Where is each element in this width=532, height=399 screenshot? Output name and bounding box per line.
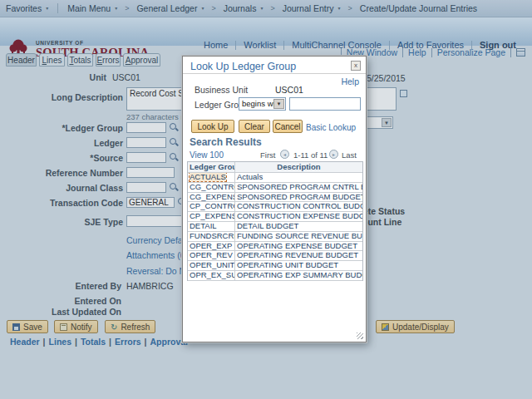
cancel-button[interactable]: Cancel [273, 120, 303, 133]
dialog-help-link[interactable]: Help [341, 76, 359, 86]
close-icon[interactable] [351, 61, 361, 71]
resize-handle[interactable] [357, 332, 363, 339]
description-cell[interactable]: FUNDING SOURCE REVENUE BUDGET [235, 232, 362, 241]
ledger-group-search-input[interactable] [289, 97, 361, 111]
ledger-group-cell[interactable]: CP_EXPENSE [188, 212, 235, 221]
table-row: CG_CONTROLSPONSORED PROGRAM CNTRL BUDG [188, 183, 362, 193]
search-results-table: Ledger Group Description ACTUALSActuals … [187, 161, 363, 281]
table-row: OPR_EX_SUMOPERATING EXP SUMMARY BUDGET [188, 271, 362, 281]
table-row: CP_EXPENSECONSTRUCTION EXPENSE BUDGET [188, 212, 362, 222]
basic-lookup-link[interactable]: Basic Lookup [306, 123, 356, 132]
description-cell[interactable]: OPERATING EXP SUMMARY BUDGET [235, 271, 362, 280]
table-row: OPER_EXPOPERATING EXPENSE BUDGET [188, 242, 362, 252]
search-results-title: Search Results [190, 136, 262, 148]
ledger-group-cell[interactable]: CG_EXPENSE [188, 193, 235, 202]
table-row: DETAILDETAIL BUDGET [188, 222, 362, 232]
ledger-group-cell[interactable]: OPR_EX_SUM [188, 271, 235, 280]
focused-link[interactable]: ACTUALS [190, 173, 226, 181]
table-header-row: Ledger Group Description [188, 162, 362, 173]
table-row: OPER_UNITOPERATING UNIT BUDGET [188, 261, 362, 271]
business-unit-label: Business Unit [195, 85, 248, 95]
description-cell[interactable]: Actuals [235, 173, 362, 182]
description-cell[interactable]: SPONSORED PROGRAM CNTRL BUDG [235, 183, 362, 192]
clear-button[interactable]: Clear [239, 120, 270, 133]
ledger-group-cell[interactable]: OPER_REV [188, 251, 235, 260]
ledger-group-cell[interactable]: OPER_UNIT [188, 261, 235, 270]
condition-select[interactable]: begins with [239, 97, 286, 111]
description-cell[interactable]: OPERATING REVENUE BUDGET [235, 251, 362, 260]
description-cell[interactable]: SPONSORED PROGRAM BUDGET [235, 193, 362, 202]
ledger-group-cell[interactable]: OPER_EXP [188, 242, 235, 251]
ledger-group-cell[interactable]: CG_CONTROL [188, 183, 235, 192]
ledger-group-cell[interactable]: ACTUALS [188, 173, 235, 182]
lookup-ledger-group-dialog: Look Up Ledger Group Help Business Unit … [182, 56, 367, 342]
dialog-title: Look Up Ledger Group [190, 61, 296, 72]
table-row: ACTUALSActuals [188, 173, 362, 183]
ledger-group-cell[interactable]: FUNDSRCREV [188, 232, 235, 241]
dropdown-arrow-icon[interactable] [273, 99, 284, 109]
pager-range: 1-11 of 11 [293, 150, 328, 160]
pager-last[interactable]: Last [342, 150, 357, 160]
table-row: CG_EXPENSESPONSORED PROGRAM BUDGET [188, 193, 362, 203]
ledger-group-cell[interactable]: CP_CONTROL [188, 202, 235, 211]
description-cell[interactable]: CONSTRUCTION CONTROL BUDGET [235, 202, 362, 211]
pager-first[interactable]: First [260, 150, 275, 160]
table-row: FUNDSRCREVFUNDING SOURCE REVENUE BUDGET [188, 232, 362, 242]
description-cell[interactable]: OPERATING UNIT BUDGET [235, 261, 362, 270]
dialog-titlebar: Look Up Ledger Group [183, 57, 366, 74]
pager-next-icon[interactable]: ▸ [329, 150, 338, 159]
column-header-ledger-group[interactable]: Ledger Group [188, 162, 235, 172]
column-header-description[interactable]: Description [235, 162, 362, 172]
look-up-button[interactable]: Look Up [191, 120, 234, 133]
pager-prev-icon[interactable]: ◂ [280, 150, 289, 159]
table-row: CP_CONTROLCONSTRUCTION CONTROL BUDGET [188, 202, 362, 212]
view-100-link[interactable]: View 100 [190, 150, 224, 160]
description-cell[interactable]: DETAIL BUDGET [235, 222, 362, 231]
business-unit-value: USC01 [275, 85, 303, 95]
description-cell[interactable]: OPERATING EXPENSE BUDGET [235, 242, 362, 251]
table-row: OPER_REVOPERATING REVENUE BUDGET [188, 251, 362, 261]
description-cell[interactable]: CONSTRUCTION EXPENSE BUDGET [235, 212, 362, 221]
ledger-group-cell[interactable]: DETAIL [188, 222, 235, 231]
